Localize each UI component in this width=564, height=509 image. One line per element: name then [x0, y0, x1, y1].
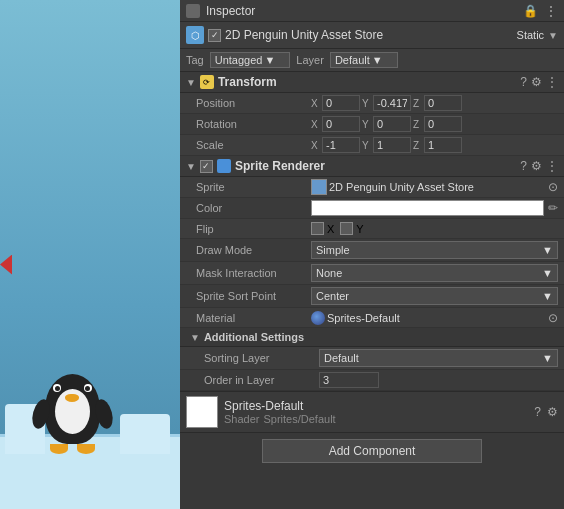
object-icon: ⬡	[186, 26, 204, 44]
sprites-help-icon[interactable]: ?	[534, 405, 541, 419]
transform-icon: ⟳	[200, 75, 214, 89]
material-pick-icon[interactable]: ⊙	[548, 311, 558, 325]
mask-interaction-dropdown[interactable]: None ▼	[311, 264, 558, 282]
inspector-body: ⬡ 2D Penguin Unity Asset Store Static ▼ …	[180, 22, 564, 509]
inspector-panel: Inspector 🔒 ⋮ ⬡ 2D Penguin Unity Asset S…	[180, 0, 564, 509]
mask-interaction-row: Mask Interaction None ▼	[180, 262, 564, 285]
rotation-fields: X Y Z	[311, 116, 558, 132]
rotation-x-input[interactable]	[322, 116, 360, 132]
add-component-button[interactable]: Add Component	[262, 439, 482, 463]
draw-mode-dropdown[interactable]: Simple ▼	[311, 241, 558, 259]
sprites-default-name: Sprites-Default	[224, 399, 528, 413]
scale-x-field: X	[311, 137, 360, 153]
rotation-x-field: X	[311, 116, 360, 132]
material-icon	[311, 311, 325, 325]
position-x-input[interactable]	[322, 95, 360, 111]
additional-settings-header[interactable]: ▼ Additional Settings	[180, 328, 564, 347]
position-fields: X Y Z	[311, 95, 558, 111]
sprite-renderer-arrow-icon: ▼	[186, 161, 196, 172]
flip-x-check: X	[311, 222, 334, 235]
sorting-layer-row: Sorting Layer Default ▼	[180, 347, 564, 370]
tag-layer-row: Tag Untagged ▼ Layer Default ▼	[180, 49, 564, 72]
order-in-layer-row: Order in Layer	[180, 370, 564, 391]
scale-label: Scale	[196, 139, 311, 151]
rotation-z-field: Z	[413, 116, 462, 132]
transform-kebab-icon[interactable]: ⋮	[546, 75, 558, 89]
static-dropdown-arrow[interactable]: ▼	[548, 30, 558, 41]
layer-dropdown[interactable]: Default ▼	[330, 52, 398, 68]
object-active-checkbox[interactable]	[208, 29, 221, 42]
eyedropper-icon[interactable]: ✏	[548, 201, 558, 215]
transform-settings-icon[interactable]: ⚙	[531, 75, 542, 89]
rotation-label: Rotation	[196, 118, 311, 130]
position-y-input[interactable]	[373, 95, 411, 111]
sprite-renderer-help-icon[interactable]: ?	[520, 159, 527, 173]
flip-y-label: Y	[356, 223, 363, 235]
position-label: Position	[196, 97, 311, 109]
sprites-settings-icon[interactable]: ⚙	[547, 405, 558, 419]
sprite-name: 2D Penguin Unity Asset Store	[329, 181, 546, 193]
lock-icon[interactable]: 🔒	[523, 4, 538, 18]
object-name: 2D Penguin Unity Asset Store	[225, 28, 513, 42]
inspector-title: Inspector	[206, 4, 255, 18]
flip-checkboxes: X Y	[311, 222, 364, 235]
color-swatch[interactable]	[311, 200, 544, 216]
tag-label: Tag	[186, 54, 204, 66]
scale-x-label: X	[311, 140, 321, 151]
sorting-layer-dropdown[interactable]: Default ▼	[319, 349, 558, 367]
sprites-default-thumbnail	[186, 396, 218, 428]
flip-y-checkbox[interactable]	[340, 222, 353, 235]
position-y-label: Y	[362, 98, 372, 109]
position-z-input[interactable]	[424, 95, 462, 111]
object-header: ⬡ 2D Penguin Unity Asset Store Static ▼	[180, 22, 564, 49]
sprites-default-info: Sprites-Default Shader Sprites/Default	[224, 399, 528, 425]
sprite-renderer-kebab-icon[interactable]: ⋮	[546, 159, 558, 173]
sprite-renderer-section-controls: ? ⚙ ⋮	[520, 159, 558, 173]
flip-label: Flip	[196, 223, 311, 235]
rotation-y-input[interactable]	[373, 116, 411, 132]
sprite-sort-point-dropdown[interactable]: Center ▼	[311, 287, 558, 305]
sprites-default-section: Sprites-Default Shader Sprites/Default ?…	[180, 391, 564, 433]
position-z-field: Z	[413, 95, 462, 111]
order-in-layer-label: Order in Layer	[204, 374, 319, 386]
rotation-z-input[interactable]	[424, 116, 462, 132]
material-row: Material Sprites-Default ⊙	[180, 308, 564, 328]
sprites-default-header: Sprites-Default Shader Sprites/Default ?…	[180, 392, 564, 433]
color-field: ✏	[311, 200, 558, 216]
additional-settings-title: Additional Settings	[204, 331, 304, 343]
scale-y-input[interactable]	[373, 137, 411, 153]
shader-label: Shader	[224, 413, 259, 425]
order-in-layer-input[interactable]	[319, 372, 379, 388]
transform-arrow-icon: ▼	[186, 77, 196, 88]
scale-z-label: Z	[413, 140, 423, 151]
position-z-label: Z	[413, 98, 423, 109]
transform-section-header[interactable]: ▼ ⟳ Transform ? ⚙ ⋮	[180, 72, 564, 93]
position-y-field: Y	[362, 95, 411, 111]
scale-z-field: Z	[413, 137, 462, 153]
flip-x-label: X	[327, 223, 334, 235]
position-row: Position X Y Z	[180, 93, 564, 114]
sprite-pick-icon[interactable]: ⊙	[548, 180, 558, 194]
mask-interaction-label: Mask Interaction	[196, 267, 311, 279]
sprite-renderer-section-header[interactable]: ▼ Sprite Renderer ? ⚙ ⋮	[180, 156, 564, 177]
add-component-row: Add Component	[180, 433, 564, 469]
scale-y-field: Y	[362, 137, 411, 153]
sprite-field: 2D Penguin Unity Asset Store ⊙	[311, 179, 558, 195]
sprite-label: Sprite	[196, 181, 311, 193]
scale-x-input[interactable]	[322, 137, 360, 153]
tag-dropdown[interactable]: Untagged ▼	[210, 52, 291, 68]
inspector-menu-icon[interactable]: ⋮	[544, 3, 558, 19]
shader-value: Sprites/Default	[263, 413, 335, 425]
flip-x-checkbox[interactable]	[311, 222, 324, 235]
sprite-renderer-settings-icon[interactable]: ⚙	[531, 159, 542, 173]
scale-row: Scale X Y Z	[180, 135, 564, 156]
sprite-sort-point-label: Sprite Sort Point	[196, 290, 311, 302]
scale-z-input[interactable]	[424, 137, 462, 153]
rotation-x-label: X	[311, 119, 321, 130]
inspector-tab-icon	[186, 4, 200, 18]
sorting-layer-label: Sorting Layer	[204, 352, 319, 364]
rotation-y-label: Y	[362, 119, 372, 130]
transform-help-icon[interactable]: ?	[520, 75, 527, 89]
sprite-renderer-checkbox[interactable]	[200, 160, 213, 173]
sprite-sort-point-row: Sprite Sort Point Center ▼	[180, 285, 564, 308]
